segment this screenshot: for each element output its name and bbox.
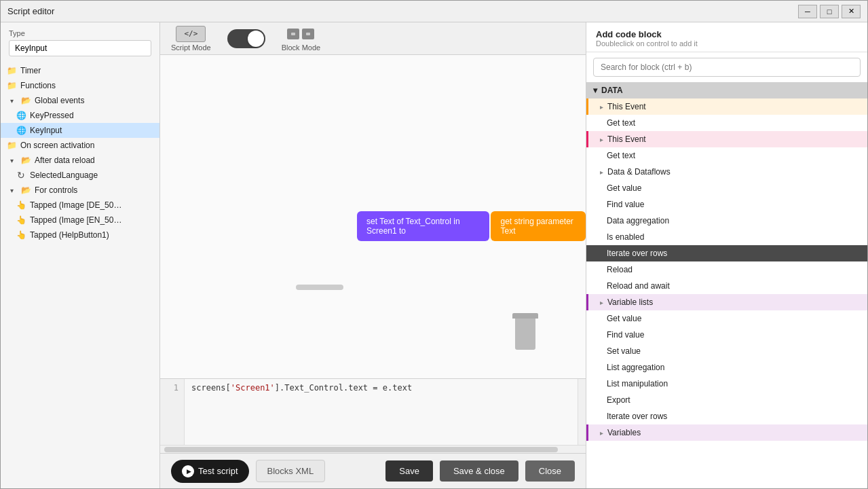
sidebar-item-label: On screen activation <box>20 141 94 150</box>
panel-item-set-value[interactable]: Set value <box>586 343 867 359</box>
panel-item-list-manipulation[interactable]: List manipulation <box>586 376 867 392</box>
globe-icon: 🌐 <box>16 125 26 136</box>
panel-item-list-aggregation[interactable]: List aggregation <box>586 359 867 376</box>
close-button[interactable]: Close <box>525 460 575 482</box>
code-scrollbar-h[interactable] <box>160 445 586 453</box>
panel-item-data-aggregation[interactable]: Data aggregation <box>586 213 867 229</box>
sidebar-item-on-screen-activation[interactable]: 📁 On screen activation <box>1 138 159 153</box>
panel-item-label: Export <box>607 395 630 405</box>
panel-item-this-event-1[interactable]: ▸ This Event <box>586 98 867 115</box>
sidebar-item-tapped-de[interactable]: 👆 Tapped (Image [DE_50… <box>1 198 159 213</box>
block-mode-svg <box>286 26 316 42</box>
chevron-down-icon <box>6 185 17 196</box>
globe-icon: 🌐 <box>16 110 26 121</box>
block-mode-label: Block Mode <box>282 43 320 52</box>
scroll-thumb-h <box>164 447 558 452</box>
trash-icon-area <box>512 313 538 350</box>
arrow-icon: ▸ <box>600 103 603 111</box>
sidebar-item-tapped-help[interactable]: 👆 Tapped (HelpButton1) <box>1 228 159 242</box>
canvas-scrollbar-h[interactable] <box>296 285 343 290</box>
script-mode-button[interactable]: </> Script Mode <box>171 26 211 52</box>
titlebar-controls: ─ □ ✕ <box>798 5 861 18</box>
maximize-button[interactable]: □ <box>820 5 839 18</box>
sidebar-item-selected-language[interactable]: ↻ SelectedLanguage <box>1 168 159 183</box>
window-title: Script editor <box>7 6 798 16</box>
panel-item-variable-lists[interactable]: ▸ Variable lists <box>586 294 867 310</box>
panel-item-reload[interactable]: Reload <box>586 261 867 278</box>
play-icon <box>182 465 194 477</box>
block-orange[interactable]: get string parameter Text <box>491 211 586 241</box>
sidebar-item-label: SelectedLanguage <box>30 170 98 180</box>
code-scrollbar-v[interactable] <box>578 379 586 445</box>
arrow-icon: ▸ <box>600 299 603 306</box>
panel-item-find-value-1[interactable]: Find value <box>586 196 867 213</box>
toggle-switch[interactable] <box>227 29 265 48</box>
panel-item-iterate-rows-1[interactable]: Iterate over rows <box>586 245 867 261</box>
panel-item-this-event-2[interactable]: ▸ This Event <box>586 131 867 147</box>
bottom-toolbar: Test script Blocks XML Save Save & close… <box>160 453 586 488</box>
folder-open-icon: 📂 <box>20 95 31 106</box>
chevron-down-icon <box>6 155 17 166</box>
panel-item-label: Get text <box>607 118 635 128</box>
panel-item-get-value-2[interactable]: Get value <box>586 310 867 327</box>
folder-icon: 📁 <box>6 80 17 91</box>
sidebar-item-keypressed[interactable]: 🌐 KeyPressed <box>1 108 159 123</box>
panel-item-label: List manipulation <box>607 379 668 388</box>
panel-item-get-text-2[interactable]: Get text <box>586 147 867 164</box>
blocks-xml-button[interactable]: Blocks XML <box>256 460 326 482</box>
canvas-area[interactable]: set Text of Text_Control in Screen1 to g… <box>160 55 586 378</box>
folder-icon: 📁 <box>6 140 17 151</box>
panel-item-label: Set value <box>607 346 641 356</box>
data-section-header[interactable]: ▾ DATA <box>586 82 867 98</box>
sidebar-item-label: KeyPressed <box>30 111 74 120</box>
type-section: Type <box>1 22 159 60</box>
panel-item-iterate-rows-2[interactable]: Iterate over rows <box>586 408 867 424</box>
panel-item-variables[interactable]: ▸ Variables <box>586 424 867 441</box>
folder-open-icon: 📂 <box>20 155 31 166</box>
sidebar-item-global-events[interactable]: 📂 Global events <box>1 93 159 108</box>
minimize-button[interactable]: ─ <box>798 5 817 18</box>
test-script-button[interactable]: Test script <box>171 460 249 483</box>
search-input[interactable] <box>593 58 861 77</box>
close-window-button[interactable]: ✕ <box>842 5 861 18</box>
sidebar-item-label: Global events <box>35 96 84 105</box>
folder-icon: 📁 <box>6 65 17 76</box>
main-content: Type 📁 Timer 📁 Functions 📂 Global events <box>1 22 867 488</box>
line-numbers: 1 <box>160 379 185 445</box>
trash-body <box>515 319 535 350</box>
sidebar-item-after-data-reload[interactable]: 📂 After data reload <box>1 153 159 168</box>
type-input[interactable] <box>9 40 151 56</box>
panel-item-label: Variable lists <box>607 297 653 307</box>
sidebar-item-tapped-en[interactable]: 👆 Tapped (Image [EN_50… <box>1 213 159 228</box>
panel-item-get-text-1[interactable]: Get text <box>586 115 867 131</box>
blocks-xml-label: Blocks XML <box>267 466 314 476</box>
panel-item-label: Get value <box>607 183 641 193</box>
block-mode-button[interactable]: Block Mode <box>282 26 320 52</box>
panel-item-is-enabled[interactable]: Is enabled <box>586 229 867 245</box>
panel-item-get-value-1[interactable]: Get value <box>586 180 867 196</box>
sidebar: Type 📁 Timer 📁 Functions 📂 Global events <box>1 22 160 488</box>
panel-item-find-value-2[interactable]: Find value <box>586 327 867 343</box>
close-label: Close <box>539 466 561 476</box>
right-panel-tree: ▾ DATA ▸ This Event Get text ▸ This Even… <box>586 82 867 488</box>
save-button[interactable]: Save <box>385 460 433 482</box>
save-close-label: Save & close <box>453 466 505 476</box>
test-script-label: Test script <box>198 466 238 476</box>
panel-item-data-dataflows[interactable]: ▸ Data & Dataflows <box>586 164 867 180</box>
chevron-down-icon: ▾ <box>593 86 597 95</box>
block-purple[interactable]: set Text of Text_Control in Screen1 to <box>357 211 489 241</box>
titlebar: Script editor ─ □ ✕ <box>1 1 867 22</box>
sidebar-item-timer[interactable]: 📁 Timer <box>1 63 159 78</box>
panel-item-label: This Event <box>607 134 646 144</box>
panel-item-export[interactable]: Export <box>586 392 867 408</box>
save-close-button[interactable]: Save & close <box>440 460 518 482</box>
sidebar-item-for-controls[interactable]: 📂 For controls <box>1 183 159 198</box>
panel-item-reload-await[interactable]: Reload and await <box>586 278 867 294</box>
sidebar-item-keyinput[interactable]: 🌐 KeyInput <box>1 123 159 138</box>
sidebar-item-label: KeyInput <box>30 126 62 135</box>
code-editor-inner: 1 screens['Screen1'].Text_Control.text =… <box>160 379 586 445</box>
tap-icon: 👆 <box>16 230 26 240</box>
line-number: 1 <box>160 383 178 393</box>
sidebar-item-functions[interactable]: 📁 Functions <box>1 78 159 93</box>
code-content[interactable]: screens['Screen1'].Text_Control.text = e… <box>185 379 578 445</box>
